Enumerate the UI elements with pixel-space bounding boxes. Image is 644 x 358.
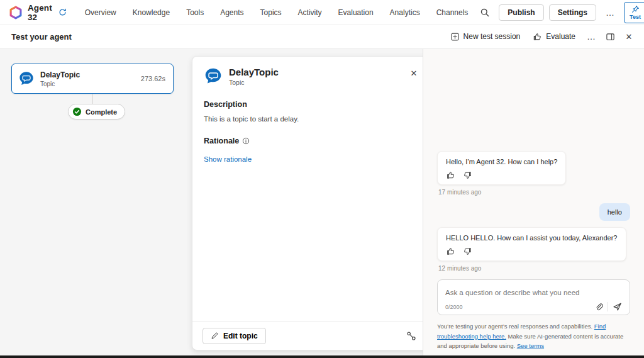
app-window: Agent 32 Overview Knowledge Tools Agents… <box>0 0 644 358</box>
info-icon[interactable] <box>242 137 250 145</box>
open-in-side-pane-button[interactable] <box>601 28 619 45</box>
flow-link-icon <box>406 331 416 341</box>
message-timestamp: 12 minutes ago <box>438 265 481 272</box>
node-title: DelayTopic <box>40 70 80 79</box>
close-details-button[interactable]: ✕ <box>405 64 423 82</box>
top-bar-actions: Publish Settings … Test <box>476 2 644 23</box>
nav-item-channels[interactable]: Channels <box>428 8 477 17</box>
page-toolbar: Test your agent New test session Evalua <box>0 25 644 48</box>
content-area: DelayTopic Topic 273.62s Complete <box>0 49 644 355</box>
thumbs-up-button[interactable] <box>446 247 455 256</box>
character-counter: 0/2000 <box>445 304 463 310</box>
status-badge: Complete <box>68 104 125 120</box>
brand: Agent 32 <box>9 3 67 22</box>
show-rationale-link[interactable]: Show rationale <box>204 155 252 163</box>
details-title-block: DelayTopic Topic <box>229 67 279 86</box>
new-test-session-button[interactable]: New test session <box>445 29 526 45</box>
details-header: DelayTopic Topic <box>204 67 419 86</box>
top-bar: Agent 32 Overview Knowledge Tools Agents… <box>0 0 644 25</box>
bot-message-text: Hello, I’m Agent 32. How can I help? <box>446 158 557 165</box>
user-message: hello <box>599 203 630 221</box>
pencil-icon <box>211 332 219 340</box>
main-nav: Overview Knowledge Tools Agents Topics A… <box>77 8 477 17</box>
input-actions-divider <box>608 302 608 311</box>
close-icon: ✕ <box>411 69 418 77</box>
send-icon <box>613 302 622 311</box>
side-pane-icon <box>606 32 615 42</box>
message-timestamp: 17 minutes ago <box>438 189 481 196</box>
chat-input-box: 0/2000 <box>437 279 630 315</box>
test-button-label: Test <box>630 14 641 20</box>
nav-item-topics[interactable]: Topics <box>252 8 290 17</box>
topic-bubble-icon <box>18 70 35 87</box>
check-circle-icon <box>72 107 82 116</box>
disclaimer-text: You’re testing your agent’s real respons… <box>437 323 594 330</box>
node-text: DelayTopic Topic <box>40 70 80 87</box>
copilot-studio-logo-icon <box>9 6 23 20</box>
node-connector-line <box>92 94 92 104</box>
paperclip-icon <box>594 303 603 311</box>
chat-more-button[interactable]: … <box>582 31 600 42</box>
test-chat-panel: Hello, I’m Agent 32. How can I help? 17 … <box>423 49 644 355</box>
nav-item-agents[interactable]: Agents <box>212 8 252 17</box>
nav-item-knowledge[interactable]: Knowledge <box>125 8 178 17</box>
nav-item-activity[interactable]: Activity <box>290 8 330 17</box>
node-duration: 273.62s <box>141 75 165 82</box>
close-test-pane-button[interactable]: ✕ <box>620 28 638 45</box>
evaluate-label: Evaluate <box>546 32 575 41</box>
pin-icon <box>631 5 640 13</box>
chat-spacer <box>437 49 630 151</box>
nav-item-tools[interactable]: Tools <box>178 8 212 17</box>
rationale-heading-label: Rationale <box>204 137 239 145</box>
topic-details-panel: DelayTopic Topic ✕ Description This is a… <box>192 56 431 350</box>
chat-input-footer: 0/2000 <box>445 302 622 311</box>
test-disclaimer: You’re testing your agent’s real respons… <box>437 322 630 350</box>
status-badge-label: Complete <box>86 108 117 116</box>
test-panel-toggle-button[interactable]: Test <box>624 2 644 23</box>
bottom-edge-bar <box>0 355 644 358</box>
page-title: Test your agent <box>11 32 72 42</box>
details-title: DelayTopic <box>229 67 279 77</box>
evaluate-button[interactable]: Evaluate <box>527 29 581 45</box>
publish-button[interactable]: Publish <box>499 4 543 21</box>
chat-input-actions <box>594 302 622 311</box>
topic-canvas: DelayTopic Topic 273.62s Complete <box>0 49 423 355</box>
bot-message: Hello, I’m Agent 32. How can I help? <box>437 151 566 185</box>
description-heading: Description <box>204 100 419 109</box>
see-terms-link[interactable]: See terms <box>517 342 544 349</box>
thumbs-down-button[interactable] <box>463 247 472 256</box>
node-type-label: Topic <box>40 81 80 87</box>
bot-message: HELLO HELLO. How can I assist you today,… <box>437 227 626 261</box>
topic-bubble-icon <box>204 67 223 86</box>
thumbs-down-button[interactable] <box>463 171 472 180</box>
close-icon: ✕ <box>626 33 633 41</box>
nav-item-analytics[interactable]: Analytics <box>382 8 428 17</box>
settings-button[interactable]: Settings <box>549 4 596 21</box>
edit-topic-label: Edit topic <box>223 332 258 340</box>
evaluate-icon <box>533 32 542 42</box>
chat-message-input[interactable] <box>445 289 622 296</box>
attach-file-button[interactable] <box>594 303 603 311</box>
plus-square-icon <box>450 32 460 42</box>
nav-item-evaluation[interactable]: Evaluation <box>330 8 382 17</box>
bot-message-text: HELLO HELLO. How can I assist you today,… <box>446 234 618 242</box>
thumbs-up-button[interactable] <box>446 171 455 180</box>
search-icon <box>480 8 490 18</box>
details-type-label: Topic <box>229 79 279 86</box>
topic-node-delaytopic[interactable]: DelayTopic Topic 273.62s <box>11 64 174 94</box>
agent-title: Agent 32 <box>28 3 52 22</box>
rationale-heading: Rationale <box>204 137 419 145</box>
nav-item-overview[interactable]: Overview <box>77 8 125 17</box>
top-more-button[interactable]: … <box>601 8 619 18</box>
sync-status-icon <box>58 8 67 16</box>
new-test-session-label: New test session <box>464 32 521 41</box>
message-feedback <box>446 171 557 180</box>
send-message-button[interactable] <box>613 302 622 311</box>
message-feedback <box>446 247 618 256</box>
description-text: This is a topic to start a delay. <box>204 115 419 123</box>
edit-topic-button[interactable]: Edit topic <box>203 328 266 344</box>
view-connections-button[interactable] <box>402 327 420 345</box>
chat-toolbar-actions: New test session Evaluate … <box>445 28 638 45</box>
details-footer: Edit topic <box>192 321 430 350</box>
search-button[interactable] <box>476 4 494 21</box>
